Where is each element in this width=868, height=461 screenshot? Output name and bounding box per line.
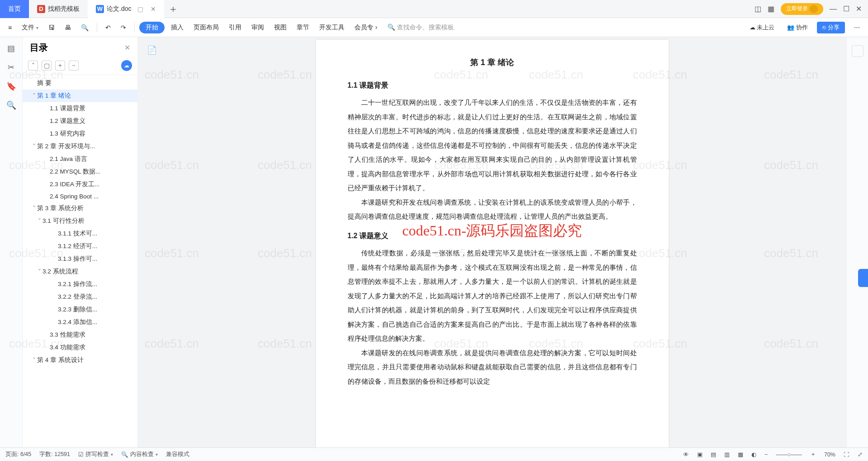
tab-dev[interactable]: 开发工具 (316, 22, 348, 33)
outline-node[interactable]: 3.4 功能需求 (23, 341, 137, 354)
undo-icon[interactable]: ↶ (102, 22, 114, 33)
tab-vip[interactable]: 会员专 › (351, 22, 381, 33)
outline-node[interactable]: ˅3.2 系统流程 (23, 265, 137, 278)
fullscreen-icon[interactable]: ⤢ (858, 451, 863, 458)
outline-tree: 摘 要˅第 1 章 绪论1.1 课题背景1.2 课题意义1.3 研究内容˅第 2… (23, 75, 137, 447)
outline-node[interactable]: ˅第 3 章 系统分析 (23, 202, 137, 215)
expand-icon[interactable]: ＋ (55, 61, 65, 71)
sync-icon[interactable]: ☁ (121, 60, 132, 71)
grid-icon[interactable]: ▦ (768, 5, 774, 13)
tab-strip: 首页 D 找稻壳模板 W 论文.doc ▢ ✕ ＋ ◫ ▦ 立即登录 — ☐ ✕ (0, 0, 868, 18)
maximize-icon[interactable]: ☐ (843, 5, 849, 13)
tab-review[interactable]: 审阅 (248, 22, 268, 33)
outline-node[interactable]: 3.2.1 操作流... (23, 278, 137, 291)
ribbon: ≡ 文件 ▾ 🖫 🖶 🔍 ↶ ↷ 开始 插入 页面布局 引用 审阅 视图 章节 … (0, 18, 868, 37)
external-icon[interactable]: ▢ (137, 5, 143, 13)
tab-home[interactable]: 首页 (0, 0, 29, 18)
redo-icon[interactable]: ↷ (117, 22, 130, 33)
save-icon[interactable]: 🖫 (45, 22, 58, 33)
outline-node[interactable]: 3.1.1 技术可... (23, 227, 137, 240)
command-search[interactable]: 🔍 查找命令、搜索模板 (384, 22, 458, 33)
outline-node[interactable]: 2.4 Spring Boot ... (23, 191, 137, 202)
collapse-icon[interactable]: － (69, 61, 79, 71)
outline-node[interactable]: 2.2 MYSQL 数据... (23, 165, 137, 178)
right-rail (846, 37, 868, 447)
close-panel-icon[interactable]: ✕ (124, 43, 130, 52)
outline-title: 目录 (30, 42, 48, 54)
word-icon: W (96, 5, 104, 13)
spell-check[interactable]: ☑ 拼写检查 ▾ (78, 451, 113, 458)
tab-document[interactable]: W 论文.doc ▢ ✕ (88, 0, 164, 18)
status-bar: 页面: 6/45 字数: 12591 ☑ 拼写检查 ▾ 🔍 内容检查 ▾ 兼容模… (0, 447, 868, 461)
page-indicator[interactable]: 页面: 6/45 (5, 451, 31, 458)
content-check[interactable]: 🔍 内容检查 ▾ (121, 451, 158, 458)
print-icon[interactable]: 🖶 (61, 22, 75, 33)
outline-node[interactable]: 摘 要 (23, 77, 137, 89)
outline-node[interactable]: ˅第 4 章 系统设计 (23, 354, 137, 367)
outline-node[interactable]: 1.2 课题意义 (23, 115, 137, 127)
tab-page-layout[interactable]: 页面布局 (190, 22, 222, 33)
tab-start[interactable]: 开始 (139, 22, 165, 33)
paragraph: 传统处理数据，必须是一张张纸，然后处理完毕又是统计在一张张纸上面，不断的重复处理… (348, 246, 637, 346)
close-window-icon[interactable]: ✕ (856, 5, 862, 13)
tab-insert[interactable]: 插入 (167, 22, 187, 33)
clip-icon[interactable]: ✂ (8, 62, 14, 72)
zoom-slider[interactable]: ——○—— (776, 452, 802, 458)
view-outline-icon[interactable]: ▥ (724, 451, 730, 458)
bookmark-icon[interactable]: 🔖 (6, 81, 16, 91)
view-eye-icon[interactable]: 👁 (683, 452, 689, 458)
page-marker-icon: 📄 (147, 45, 157, 55)
side-tab[interactable] (858, 269, 868, 287)
zoom-out-icon[interactable]: − (764, 452, 768, 458)
section-1-2: 1.2 课题意义 (348, 228, 637, 244)
outline-node[interactable]: 1.3 研究内容 (23, 127, 137, 140)
chapter-title: 第 1 章 绪论 (348, 54, 637, 71)
outline-node[interactable]: 2.3 IDEA 开发工... (23, 178, 137, 191)
tab-references[interactable]: 引用 (225, 22, 245, 33)
share-button[interactable]: ⎋ 分享 (817, 22, 845, 33)
outline-node[interactable]: 3.2.3 删除信... (23, 303, 137, 316)
zoom-level[interactable]: 70% (824, 452, 835, 458)
outline-node[interactable]: ˅第 1 章 绪论 (23, 89, 137, 102)
mode-icon[interactable]: ◐ (751, 451, 756, 458)
compat-mode: 兼容模式 (166, 451, 189, 458)
collapse-all-icon[interactable]: ˅ (28, 61, 38, 71)
left-rail: ▤ ✂ 🔖 🔍 (0, 37, 23, 447)
outline-node[interactable]: 3.1.2 经济可... (23, 240, 137, 253)
layout-icon[interactable]: ◫ (755, 5, 761, 13)
prev-icon[interactable]: ▢ (42, 61, 52, 71)
thumbnail-icon[interactable] (852, 45, 863, 57)
coop-button[interactable]: 👥 协作 (783, 22, 811, 33)
outline-icon[interactable]: ▤ (7, 43, 15, 53)
new-tab-button[interactable]: ＋ (164, 2, 182, 16)
view-read-icon[interactable]: ▦ (738, 451, 743, 458)
tab-chapter[interactable]: 章节 (293, 22, 313, 33)
tab-view[interactable]: 视图 (270, 22, 290, 33)
outline-node[interactable]: ˅第 2 章 开发环境与... (23, 140, 137, 153)
outline-node[interactable]: ˅3.1 可行性分析 (23, 215, 137, 227)
login-button[interactable]: 立即登录 (781, 3, 823, 15)
zoom-in-icon[interactable]: ＋ (810, 451, 816, 458)
view-layout-icon[interactable]: ▣ (697, 451, 703, 458)
outline-node[interactable]: 1.1 课题背景 (23, 102, 137, 115)
preview-icon[interactable]: 🔍 (77, 22, 92, 33)
outline-node[interactable]: 3.3 性能需求 (23, 329, 137, 341)
minimize-icon[interactable]: — (830, 5, 837, 13)
search-icon[interactable]: 🔍 (6, 100, 16, 110)
file-menu[interactable]: 文件 ▾ (18, 22, 42, 33)
section-1-1: 1.1 课题背景 (348, 78, 637, 93)
close-icon[interactable]: ✕ (151, 5, 156, 13)
more-icon[interactable]: ⋯ (850, 22, 863, 33)
fit-icon[interactable]: ⛶ (844, 452, 849, 458)
outline-node[interactable]: 3.2.4 添加信... (23, 316, 137, 329)
word-count[interactable]: 字数: 12591 (39, 451, 70, 458)
outline-node[interactable]: 3.2.2 登录流... (23, 291, 137, 303)
cloud-status[interactable]: ☁ 未上云 (746, 22, 778, 33)
outline-node[interactable]: 2.1 Java 语言 (23, 153, 137, 165)
window-buttons: ◫ ▦ 立即登录 — ☐ ✕ (748, 3, 868, 15)
avatar-icon (810, 5, 818, 13)
tab-templates[interactable]: D 找稻壳模板 (29, 0, 88, 18)
menu-icon[interactable]: ≡ (5, 22, 15, 33)
outline-node[interactable]: 3.1.3 操作可... (23, 253, 137, 265)
view-web-icon[interactable]: ▤ (711, 451, 716, 458)
